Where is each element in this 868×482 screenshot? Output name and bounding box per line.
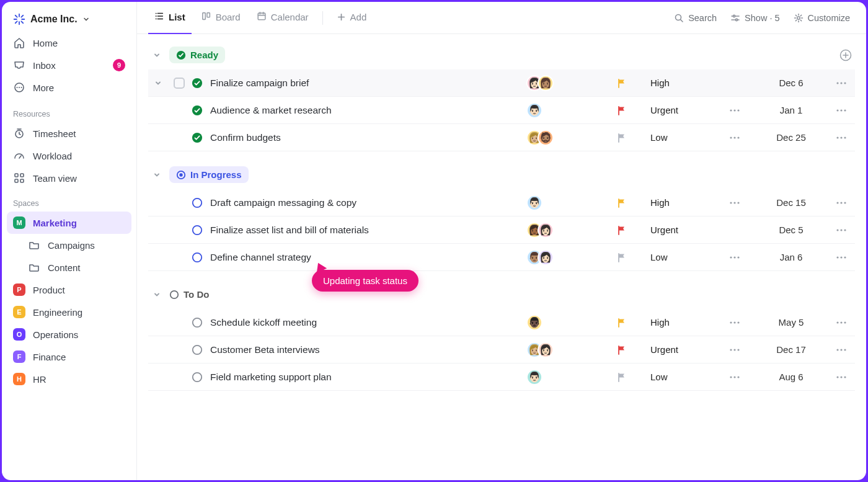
sidebar-item-engineering[interactable]: EEngineering [7, 301, 131, 323]
collapse-toggle[interactable] [151, 288, 163, 301]
assignees[interactable]: 👩🏼🧔🏽 [526, 130, 613, 146]
task-title[interactable]: Field marketing support plan [210, 372, 523, 383]
task-status-toggle[interactable] [192, 344, 203, 355]
subtasks-indicator[interactable] [716, 321, 753, 324]
group-status-pill[interactable]: In Progress [169, 166, 249, 183]
task-row[interactable]: Schedule kickoff meeting 👨🏿 High May 5 [148, 309, 855, 336]
priority-label[interactable]: Urgent [650, 105, 712, 115]
group-status-pill[interactable]: To Do [169, 286, 216, 303]
assignees[interactable]: 👨🏻 [526, 369, 613, 385]
due-date[interactable]: Dec 15 [757, 197, 825, 208]
add-task-button[interactable] [839, 48, 852, 62]
sidebar-item-finance[interactable]: FFinance [7, 346, 131, 368]
row-menu-button[interactable] [829, 81, 854, 85]
row-menu-button[interactable] [829, 136, 854, 140]
assignees[interactable]: 👩🏼👩🏻 [526, 342, 613, 358]
row-expand[interactable] [149, 79, 167, 87]
sidebar-item-operations[interactable]: OOperations [7, 323, 131, 346]
tab-list[interactable]: List [148, 2, 192, 34]
task-title[interactable]: Schedule kickoff meeting [210, 317, 523, 328]
row-menu-button[interactable] [829, 375, 854, 379]
priority-label[interactable]: High [650, 78, 712, 88]
due-date[interactable]: Dec 17 [757, 344, 825, 355]
assignees[interactable]: 👨🏿 [526, 315, 613, 331]
sidebar-subitem-content[interactable]: Content [7, 256, 131, 279]
add-view-button[interactable]: Add [330, 2, 373, 34]
sidebar-item-team view[interactable]: Team view [7, 167, 131, 189]
sidebar-item-timesheet[interactable]: Timesheet [7, 122, 131, 145]
sidebar-item-workload[interactable]: Workload [7, 145, 131, 167]
task-checkbox[interactable] [174, 78, 185, 89]
priority-label[interactable]: Low [650, 372, 712, 382]
task-title[interactable]: Customer Beta interviews [210, 344, 523, 355]
row-menu-button[interactable] [829, 109, 854, 112]
task-row[interactable]: Field marketing support plan 👨🏻 Low Aug … [148, 364, 855, 391]
due-date[interactable]: Dec 6 [757, 78, 825, 88]
task-status-toggle[interactable] [192, 78, 203, 89]
assignees[interactable]: 👨🏻 [526, 102, 613, 118]
task-title[interactable]: Draft campaign messaging & copy [210, 197, 523, 208]
due-date[interactable]: Dec 5 [757, 225, 825, 235]
task-title[interactable]: Audience & market research [210, 105, 523, 116]
customize-button[interactable]: Customize [789, 9, 856, 27]
due-date[interactable]: Jan 1 [757, 105, 825, 115]
row-menu-button[interactable] [829, 256, 854, 259]
sidebar-item-hr[interactable]: HHR [7, 368, 131, 390]
priority-label[interactable]: High [650, 197, 712, 208]
task-row[interactable]: Finalize asset list and bill of material… [148, 216, 855, 244]
priority-label[interactable]: Urgent [650, 225, 712, 235]
row-menu-button[interactable] [829, 228, 854, 232]
task-title[interactable]: Finalize asset list and bill of material… [210, 225, 523, 236]
task-status-toggle[interactable] [192, 225, 203, 236]
task-title[interactable]: Confirm budgets [210, 132, 523, 143]
subtasks-indicator[interactable] [716, 109, 753, 112]
subtasks-indicator[interactable] [716, 201, 753, 205]
subtasks-indicator[interactable] [716, 256, 753, 259]
collapse-toggle[interactable] [151, 49, 163, 61]
task-status-toggle[interactable] [192, 197, 203, 208]
row-menu-button[interactable] [829, 321, 854, 324]
task-title[interactable]: Finalize campaign brief [210, 78, 523, 89]
assignees[interactable]: 👨🏻 [526, 195, 613, 211]
show-columns-button[interactable]: Show · 5 [725, 9, 784, 27]
task-status-toggle[interactable] [192, 372, 203, 383]
nav-item-more[interactable]: More [7, 76, 131, 99]
due-date[interactable]: Dec 25 [757, 132, 825, 143]
sidebar-item-marketing[interactable]: MMarketing [7, 212, 131, 234]
tab-calendar[interactable]: Calendar [250, 2, 315, 34]
task-status-toggle[interactable] [192, 132, 203, 143]
group-status-pill[interactable]: Ready [169, 47, 225, 63]
subtasks-indicator[interactable] [716, 348, 753, 352]
priority-label[interactable]: Low [650, 132, 712, 143]
search-button[interactable]: Search [669, 9, 722, 27]
nav-item-inbox[interactable]: Inbox 9 [7, 54, 131, 76]
assignees[interactable]: 👩🏻👩🏽 [526, 75, 613, 91]
task-title[interactable]: Define channel strategy [210, 252, 523, 263]
task-row[interactable]: Draft campaign messaging & copy 👨🏻 High … [148, 189, 855, 216]
row-menu-button[interactable] [829, 201, 854, 205]
task-row[interactable]: Define channel strategy 👨🏽👩🏻 Low Jan 6 [148, 244, 855, 271]
priority-label[interactable]: Low [650, 252, 712, 262]
sidebar-subitem-campaigns[interactable]: Campaigns [7, 234, 131, 256]
tab-board[interactable]: Board [195, 2, 247, 34]
task-status-toggle[interactable] [192, 317, 203, 328]
sidebar-item-product[interactable]: PProduct [7, 279, 131, 301]
priority-label[interactable]: High [650, 317, 712, 328]
task-row[interactable]: Customer Beta interviews 👩🏼👩🏻 Urgent Dec… [148, 336, 855, 364]
task-row[interactable]: Finalize campaign brief 👩🏻👩🏽 High Dec 6 [148, 69, 855, 97]
task-status-toggle[interactable] [192, 105, 203, 116]
task-row[interactable]: Audience & market research 👨🏻 Urgent Jan… [148, 97, 855, 124]
nav-item-home[interactable]: Home [7, 32, 131, 54]
workspace-switcher[interactable]: Acme Inc. [7, 8, 131, 30]
assignees[interactable]: 👩🏾👩🏻 [526, 222, 613, 238]
due-date[interactable]: Aug 6 [757, 372, 825, 382]
due-date[interactable]: Jan 6 [757, 252, 825, 262]
task-status-toggle[interactable] [192, 252, 203, 263]
subtasks-indicator[interactable] [716, 136, 753, 140]
due-date[interactable]: May 5 [757, 317, 825, 328]
subtasks-indicator[interactable] [716, 375, 753, 379]
assignees[interactable]: 👨🏽👩🏻 [526, 249, 613, 266]
row-menu-button[interactable] [829, 348, 854, 352]
collapse-toggle[interactable] [151, 169, 163, 181]
priority-label[interactable]: Urgent [650, 344, 712, 355]
